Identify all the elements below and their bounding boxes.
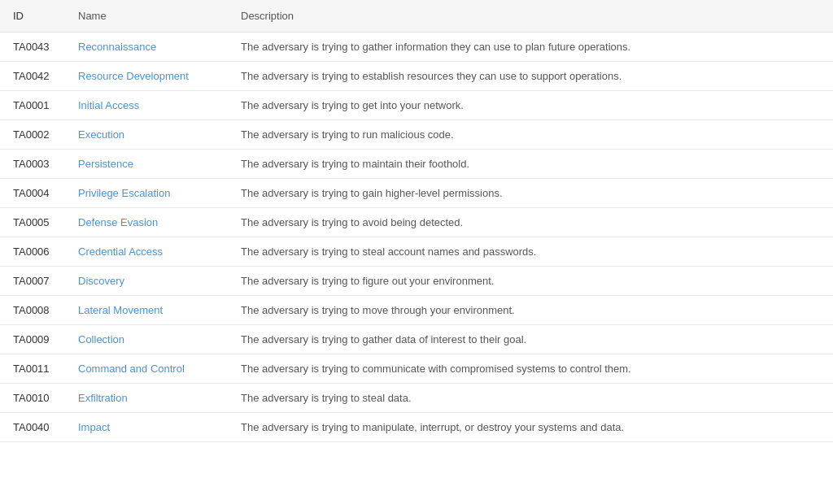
cell-id: TA0007 — [0, 267, 65, 296]
table-row: TA0006Credential AccessThe adversary is … — [0, 237, 833, 267]
cell-name[interactable]: Command and Control — [65, 354, 228, 384]
cell-name[interactable]: Initial Access — [65, 91, 228, 120]
tactic-link[interactable]: Impact — [78, 421, 110, 433]
tactic-link[interactable]: Exfiltration — [78, 392, 128, 404]
cell-name[interactable]: Discovery — [65, 267, 228, 296]
cell-name[interactable]: Collection — [65, 325, 228, 354]
cell-name[interactable]: Privilege Escalation — [65, 179, 228, 208]
table-row: TA0001Initial AccessThe adversary is try… — [0, 91, 833, 120]
cell-id: TA0005 — [0, 208, 65, 237]
cell-description: The adversary is trying to get into your… — [228, 91, 833, 120]
tactic-link[interactable]: Reconnaissance — [78, 41, 156, 53]
tactic-link[interactable]: Privilege Escalation — [78, 187, 170, 199]
table-row: TA0008Lateral MovementThe adversary is t… — [0, 296, 833, 325]
column-header-description: Description — [228, 0, 833, 33]
cell-description: The adversary is trying to move through … — [228, 296, 833, 325]
cell-description: The adversary is trying to communicate w… — [228, 354, 833, 384]
cell-id: TA0008 — [0, 296, 65, 325]
tactic-link[interactable]: Persistence — [78, 158, 133, 170]
cell-id: TA0011 — [0, 354, 65, 384]
table-row: TA0002ExecutionThe adversary is trying t… — [0, 120, 833, 150]
tactic-link[interactable]: Discovery — [78, 275, 124, 287]
cell-description: The adversary is trying to manipulate, i… — [228, 413, 833, 442]
cell-id: TA0006 — [0, 237, 65, 267]
table-row: TA0011Command and ControlThe adversary i… — [0, 354, 833, 384]
table-row: TA0010ExfiltrationThe adversary is tryin… — [0, 384, 833, 413]
tactics-table: ID Name Description TA0043Reconnaissance… — [0, 0, 833, 442]
cell-id: TA0010 — [0, 384, 65, 413]
column-header-name: Name — [65, 0, 228, 33]
cell-name[interactable]: Defense Evasion — [65, 208, 228, 237]
cell-id: TA0009 — [0, 325, 65, 354]
cell-description: The adversary is trying to gain higher-l… — [228, 179, 833, 208]
cell-description: The adversary is trying to figure out yo… — [228, 267, 833, 296]
cell-name[interactable]: Reconnaissance — [65, 33, 228, 62]
cell-description: The adversary is trying to steal account… — [228, 237, 833, 267]
cell-description: The adversary is trying to gather data o… — [228, 325, 833, 354]
cell-description: The adversary is trying to gather inform… — [228, 33, 833, 62]
table-row: TA0040ImpactThe adversary is trying to m… — [0, 413, 833, 442]
tactic-link[interactable]: Collection — [78, 333, 124, 345]
table-row: TA0005Defense EvasionThe adversary is tr… — [0, 208, 833, 237]
table-row: TA0043ReconnaissanceThe adversary is try… — [0, 33, 833, 62]
table-row: TA0007DiscoveryThe adversary is trying t… — [0, 267, 833, 296]
cell-id: TA0004 — [0, 179, 65, 208]
table-row: TA0042Resource DevelopmentThe adversary … — [0, 62, 833, 91]
tactic-link[interactable]: Lateral Movement — [78, 304, 163, 316]
table-row: TA0009CollectionThe adversary is trying … — [0, 325, 833, 354]
cell-description: The adversary is trying to run malicious… — [228, 120, 833, 150]
cell-name[interactable]: Credential Access — [65, 237, 228, 267]
tactic-link[interactable]: Command and Control — [78, 363, 185, 375]
table-header: ID Name Description — [0, 0, 833, 33]
cell-description: The adversary is trying to maintain thei… — [228, 150, 833, 179]
tactic-link[interactable]: Credential Access — [78, 245, 163, 258]
cell-name[interactable]: Execution — [65, 120, 228, 150]
table-row: TA0003PersistenceThe adversary is trying… — [0, 150, 833, 179]
cell-id: TA0042 — [0, 62, 65, 91]
cell-name[interactable]: Lateral Movement — [65, 296, 228, 325]
table-row: TA0004Privilege EscalationThe adversary … — [0, 179, 833, 208]
column-header-id: ID — [0, 0, 65, 33]
cell-name[interactable]: Resource Development — [65, 62, 228, 91]
cell-name[interactable]: Persistence — [65, 150, 228, 179]
cell-id: TA0003 — [0, 150, 65, 179]
table-body: TA0043ReconnaissanceThe adversary is try… — [0, 33, 833, 442]
tactic-link[interactable]: Initial Access — [78, 99, 139, 111]
cell-name[interactable]: Exfiltration — [65, 384, 228, 413]
cell-name[interactable]: Impact — [65, 413, 228, 442]
cell-id: TA0040 — [0, 413, 65, 442]
tactic-link[interactable]: Execution — [78, 128, 124, 141]
cell-description: The adversary is trying to steal data. — [228, 384, 833, 413]
cell-id: TA0002 — [0, 120, 65, 150]
header-row: ID Name Description — [0, 0, 833, 33]
tactic-link[interactable]: Defense Evasion — [78, 216, 158, 228]
tactic-link[interactable]: Resource Development — [78, 70, 189, 82]
cell-id: TA0001 — [0, 91, 65, 120]
cell-description: The adversary is trying to establish res… — [228, 62, 833, 91]
cell-id: TA0043 — [0, 33, 65, 62]
cell-description: The adversary is trying to avoid being d… — [228, 208, 833, 237]
tactics-table-container: ID Name Description TA0043Reconnaissance… — [0, 0, 833, 442]
